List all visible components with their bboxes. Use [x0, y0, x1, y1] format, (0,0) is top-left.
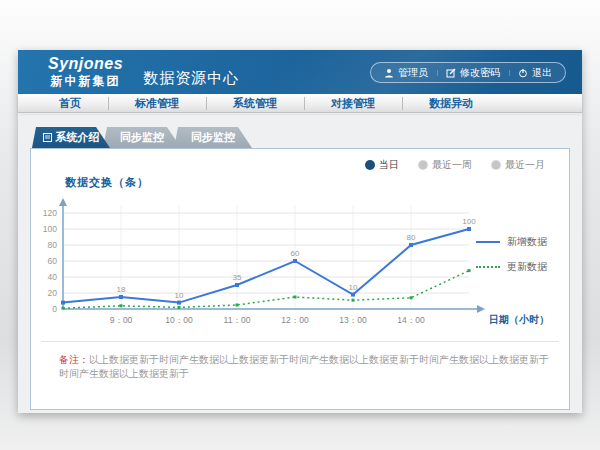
- y-tick-label: 100: [43, 224, 57, 234]
- x-tick-label: 13：00: [339, 315, 367, 325]
- radio-last-week[interactable]: 最近一周: [419, 158, 472, 172]
- app-window: Synjones 新中新集团 数据资源中心 管理员 修改密码 退出: [18, 50, 582, 413]
- logout-label: 退出: [532, 66, 552, 80]
- y-tick-label: 120: [43, 208, 57, 218]
- radio-today[interactable]: 当日: [366, 158, 399, 172]
- nav-item-standard-mgmt[interactable]: 标准管理: [108, 96, 206, 111]
- user-icon: [384, 68, 394, 78]
- main-nav: 首页 标准管理 系统管理 对接管理 数据异动: [18, 94, 582, 113]
- data-point-label: 80: [407, 233, 416, 242]
- x-tick-label: 12：00: [281, 315, 309, 325]
- tab-system-intro[interactable]: 系统介绍: [32, 127, 110, 148]
- data-point-label: 60: [291, 249, 300, 258]
- y-tick-label: 60: [48, 256, 58, 266]
- content-area: 系统介绍 同步监控 同步监控 当日 最近一周: [18, 114, 582, 413]
- y-tick-label: 80: [48, 240, 58, 250]
- y-axis-title: 数据交换（条）: [65, 175, 149, 190]
- tab-bar: 系统介绍 同步监控 同步监控: [32, 127, 570, 148]
- legend-swatch-dotted-line: [476, 266, 500, 268]
- data-point: [351, 293, 355, 297]
- legend-swatch-solid-line: [476, 241, 500, 243]
- time-range-radio-group: 当日 最近一周 最近一月: [366, 158, 545, 172]
- data-point: [293, 259, 297, 263]
- data-point: [236, 304, 239, 307]
- data-point: [61, 301, 65, 305]
- data-point: [410, 296, 413, 299]
- data-point: [467, 227, 471, 231]
- change-password-label: 修改密码: [460, 66, 500, 80]
- panel-divider: [41, 341, 559, 342]
- y-tick-label: 20: [48, 288, 58, 298]
- legend-label: 新增数据: [507, 235, 547, 249]
- footnote-text: 以上数据更新于时间产生数据以上数据更新于时间产生数据以上数据更新于时间产生数据以…: [59, 354, 549, 379]
- y-tick-label: 40: [48, 272, 58, 282]
- radio-label: 最近一月: [505, 158, 545, 172]
- logo-text-en: Synjones: [48, 56, 123, 73]
- chart-panel: 当日 最近一周 最近一月 数据交换（条） 0204060801001209：00…: [30, 148, 570, 410]
- page-title: 数据资源中心: [143, 69, 239, 88]
- footnote-prefix: 备注：: [59, 354, 89, 365]
- edit-icon: [446, 68, 456, 78]
- app-header: Synjones 新中新集团 数据资源中心 管理员 修改密码 退出: [18, 50, 582, 94]
- data-point: [294, 296, 297, 299]
- tab-sync-monitor-1[interactable]: 同步监控: [103, 127, 181, 148]
- x-tick-label: 9：00: [110, 315, 133, 325]
- tab-sync-monitor-2[interactable]: 同步监控: [174, 127, 252, 148]
- data-point-label: 10: [349, 283, 358, 292]
- data-point: [235, 283, 239, 287]
- radio-dot-icon: [492, 161, 500, 169]
- data-point-label: 35: [233, 273, 242, 282]
- x-tick-label: 10：00: [165, 315, 193, 325]
- user-actions-group: 管理员 修改密码 退出: [370, 62, 566, 83]
- data-point-label: 100: [462, 217, 476, 226]
- legend-item-new-data: 新增数据: [476, 235, 547, 249]
- y-axis-arrow-icon: [59, 198, 67, 206]
- chart-legend: 新增数据 更新数据: [476, 235, 547, 274]
- document-icon: [43, 133, 52, 142]
- desktop-background: { "window": { "logo_primary": "Synjones"…: [0, 0, 600, 450]
- nav-item-integration-mgmt[interactable]: 对接管理: [304, 96, 402, 111]
- data-point: [119, 295, 123, 299]
- data-point: [352, 299, 355, 302]
- brand-logo: Synjones 新中新集团: [48, 56, 123, 87]
- legend-item-updated-data: 更新数据: [476, 260, 547, 274]
- x-axis-title: 日期（小时）: [489, 314, 549, 325]
- radio-last-month[interactable]: 最近一月: [492, 158, 545, 172]
- data-point: [178, 306, 181, 309]
- tab-label: 同步监控: [120, 130, 164, 145]
- radio-dot-icon: [419, 161, 427, 169]
- data-point-label: 18: [117, 285, 126, 294]
- radio-label: 当日: [379, 158, 399, 172]
- current-user-label: 管理员: [398, 66, 428, 80]
- radio-dot-icon: [366, 161, 374, 169]
- data-point: [409, 243, 413, 247]
- nav-item-home[interactable]: 首页: [32, 96, 108, 111]
- nav-item-system-mgmt[interactable]: 系统管理: [206, 96, 304, 111]
- logo-text-cn: 新中新集团: [48, 75, 123, 88]
- tab-label: 同步监控: [191, 130, 235, 145]
- change-password-button[interactable]: 修改密码: [437, 66, 509, 80]
- data-point: [177, 301, 181, 305]
- x-tick-label: 14：00: [397, 315, 425, 325]
- data-point: [62, 307, 65, 310]
- y-tick-label: 0: [52, 304, 57, 314]
- current-user-button[interactable]: 管理员: [375, 66, 437, 80]
- data-point: [120, 304, 123, 307]
- tab-label: 系统介绍: [56, 130, 100, 145]
- nav-item-data-change[interactable]: 数据异动: [402, 96, 500, 111]
- x-axis-arrow-icon: [477, 305, 485, 313]
- data-point: [468, 269, 471, 272]
- logout-button[interactable]: 退出: [509, 66, 561, 80]
- power-icon: [518, 68, 528, 78]
- radio-label: 最近一周: [432, 158, 472, 172]
- x-tick-label: 11：00: [224, 315, 251, 325]
- legend-label: 更新数据: [507, 260, 547, 274]
- data-point-label: 10: [175, 291, 184, 300]
- footnote: 备注：以上数据更新于时间产生数据以上数据更新于时间产生数据以上数据更新于时间产生…: [59, 353, 555, 381]
